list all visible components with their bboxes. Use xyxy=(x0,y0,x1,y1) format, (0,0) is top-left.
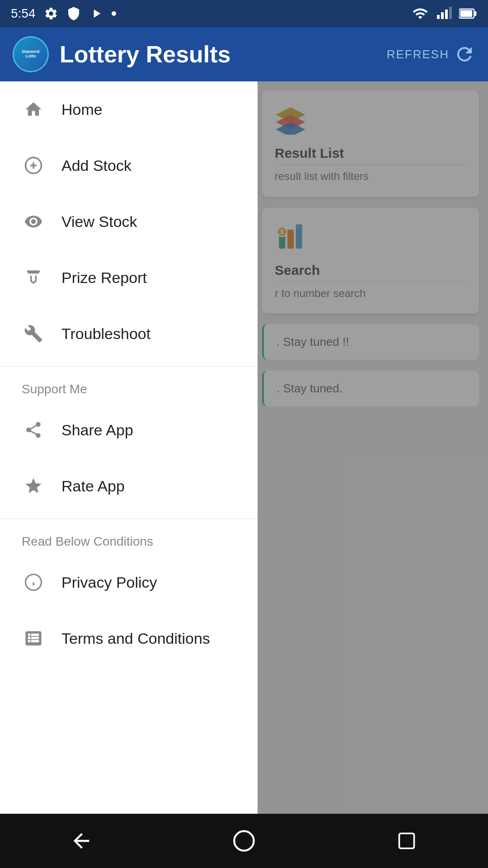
troubleshoot-label: Troubleshoot xyxy=(61,325,150,343)
sidebar-item-privacy-policy[interactable]: Privacy Policy xyxy=(0,554,258,610)
sidebar-item-home[interactable]: Home xyxy=(0,81,258,137)
view-stock-label: View Stock xyxy=(61,213,137,231)
sidebar-item-prize-report[interactable]: Prize Report xyxy=(0,250,258,306)
drawer-overlay[interactable] xyxy=(253,81,488,868)
sidebar-item-terms-conditions[interactable]: Terms and Conditions xyxy=(0,610,258,666)
home-icon xyxy=(22,98,45,121)
status-bar-right xyxy=(412,5,477,22)
home-label: Home xyxy=(61,101,103,118)
privacy-policy-label: Privacy Policy xyxy=(61,574,157,591)
battery-icon xyxy=(459,5,477,22)
sidebar-item-add-stock[interactable]: Add Stock xyxy=(0,137,258,193)
svg-rect-6 xyxy=(460,10,473,17)
conditions-section-header: Read Below Conditions xyxy=(0,524,258,554)
drawer-conditions-section: Read Below Conditions Privacy Policy xyxy=(0,524,258,666)
drawer-support-section: Support Me Share App Rate App xyxy=(0,371,258,514)
share-app-label: Share App xyxy=(61,421,133,439)
svg-rect-3 xyxy=(449,7,452,19)
rate-app-icon xyxy=(22,474,45,498)
app-logo: DiamondLotto xyxy=(13,36,49,72)
app-title: Lottery Results xyxy=(60,41,231,68)
settings-icon xyxy=(44,6,58,21)
terms-conditions-icon xyxy=(22,627,45,650)
share-app-icon xyxy=(22,418,45,442)
status-time: 5:54 xyxy=(11,6,36,21)
prize-report-label: Prize Report xyxy=(61,269,147,287)
refresh-icon xyxy=(454,43,475,65)
status-bar-left: 5:54 xyxy=(11,6,116,21)
svg-rect-0 xyxy=(437,15,440,19)
shield-icon xyxy=(66,6,81,21)
app-logo-inner: DiamondLotto xyxy=(16,40,45,69)
svg-rect-5 xyxy=(474,11,476,16)
support-section-header: Support Me xyxy=(0,371,258,402)
privacy-policy-icon xyxy=(22,571,45,594)
rate-app-label: Rate App xyxy=(61,477,125,495)
svg-point-21 xyxy=(234,831,253,850)
terms-conditions-label: Terms and Conditions xyxy=(61,630,210,647)
navigation-drawer: Home Add Stock xyxy=(0,81,258,868)
drawer-divider-2 xyxy=(0,519,258,519)
sidebar-item-rate-app[interactable]: Rate App xyxy=(0,458,258,514)
svg-rect-1 xyxy=(441,12,444,19)
app-header-left: DiamondLotto Lottery Results xyxy=(0,36,387,72)
view-stock-icon xyxy=(22,210,45,233)
add-stock-label: Add Stock xyxy=(61,157,131,175)
svg-rect-2 xyxy=(445,9,448,19)
troubleshoot-icon xyxy=(22,322,45,345)
home-button[interactable] xyxy=(228,825,260,857)
signal-icon xyxy=(436,5,452,22)
bottom-navigation xyxy=(0,814,488,868)
app-header: DiamondLotto Lottery Results REFRESH xyxy=(0,27,488,81)
app-header-right[interactable]: REFRESH xyxy=(387,43,488,65)
add-stock-icon xyxy=(22,154,45,177)
drawer-nav-section: Home Add Stock xyxy=(0,81,258,362)
recents-button[interactable] xyxy=(391,825,422,857)
refresh-button[interactable]: REFRESH xyxy=(387,43,475,65)
back-button[interactable] xyxy=(66,825,97,857)
sidebar-item-troubleshoot[interactable]: Troubleshoot xyxy=(0,306,258,362)
sidebar-item-view-stock[interactable]: View Stock xyxy=(0,193,258,250)
prize-report-icon xyxy=(22,266,45,289)
notification-dot xyxy=(112,11,116,16)
sidebar-item-share-app[interactable]: Share App xyxy=(0,402,258,458)
status-bar: 5:54 xyxy=(0,0,488,27)
svg-rect-22 xyxy=(399,834,414,849)
play-icon xyxy=(89,6,103,21)
drawer-divider-1 xyxy=(0,366,258,367)
wifi-icon xyxy=(412,5,428,22)
main-container: Result List result list with filters $ S… xyxy=(0,81,488,868)
refresh-label: REFRESH xyxy=(387,47,449,61)
